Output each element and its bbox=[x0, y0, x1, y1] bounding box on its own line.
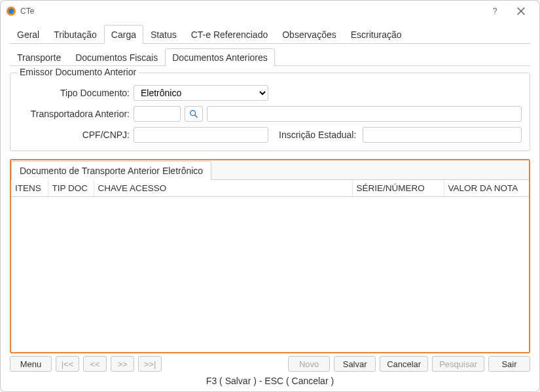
menu-button[interactable]: Menu bbox=[10, 356, 52, 372]
tab-geral[interactable]: Geral bbox=[10, 25, 46, 44]
nav-last-button[interactable]: >>| bbox=[138, 356, 162, 372]
transportadora-code-input[interactable] bbox=[134, 106, 181, 122]
svg-line-2 bbox=[195, 115, 198, 118]
pesquisar-button[interactable]: Pesquisar bbox=[432, 356, 484, 372]
tab-carga[interactable]: Carga bbox=[104, 25, 143, 44]
tab-observacoes[interactable]: Observações bbox=[275, 25, 343, 44]
search-icon bbox=[189, 109, 198, 118]
doc-panel-tab-eletronico[interactable]: Documento de Transporte Anterior Eletrôn… bbox=[11, 161, 211, 180]
nav-prev-button[interactable]: << bbox=[83, 356, 107, 372]
emissor-fieldset: Emissor Documento Anterior Tipo Document… bbox=[10, 73, 530, 151]
close-button[interactable] bbox=[508, 2, 534, 20]
col-tip-doc: TIP DOC bbox=[48, 180, 94, 197]
cancelar-button[interactable]: Cancelar bbox=[380, 356, 428, 372]
col-valor-nota: VALOR DA NOTA bbox=[444, 180, 529, 197]
subtab-documentos-fiscais[interactable]: Documentos Fiscais bbox=[68, 48, 165, 66]
emissor-legend: Emissor Documento Anterior bbox=[17, 67, 139, 77]
table-header-row: ITENS TIP DOC CHAVE ACESSO SÉRIE/NÚMERO … bbox=[11, 180, 529, 197]
bottom-toolbar: Menu |<< << >> >>| Novo Salvar Cancelar … bbox=[1, 353, 539, 373]
app-icon bbox=[6, 6, 16, 16]
subtab-transporte[interactable]: Transporte bbox=[10, 48, 68, 66]
salvar-button[interactable]: Salvar bbox=[334, 356, 376, 372]
transportadora-name-input[interactable] bbox=[207, 106, 522, 122]
help-button[interactable]: ? bbox=[482, 2, 508, 20]
sair-button[interactable]: Sair bbox=[488, 356, 530, 372]
status-line: F3 ( Salvar ) - ESC ( Cancelar ) bbox=[1, 373, 539, 391]
title-bar: CTe ? bbox=[1, 1, 539, 22]
tab-cte-referenciado[interactable]: CT-e Referenciado bbox=[184, 25, 276, 44]
transportadora-lookup-button[interactable] bbox=[185, 106, 203, 122]
ie-label: Inscrição Estadual: bbox=[272, 130, 359, 140]
tipo-documento-select[interactable]: Eletrônico bbox=[134, 85, 268, 101]
window-title: CTe bbox=[20, 7, 482, 16]
close-icon bbox=[517, 7, 525, 15]
app-window: CTe ? Geral Tributação Carga Status CT-e… bbox=[0, 0, 540, 392]
sub-tabs: Transporte Documentos Fiscais Documentos… bbox=[10, 48, 530, 66]
tab-tributacao[interactable]: Tributação bbox=[46, 25, 104, 44]
novo-button[interactable]: Novo bbox=[288, 356, 330, 372]
tab-escrituracao[interactable]: Escrituração bbox=[344, 25, 409, 44]
subtab-documentos-anteriores[interactable]: Documentos Anteriores bbox=[165, 48, 275, 66]
transportadora-label: Transportadora Anterior: bbox=[18, 109, 130, 119]
cpfcnpj-label: CPF/CNPJ: bbox=[18, 130, 130, 140]
tab-status[interactable]: Status bbox=[143, 25, 184, 44]
nav-first-button[interactable]: |<< bbox=[56, 356, 79, 372]
cpfcnpj-input[interactable] bbox=[134, 127, 268, 143]
tipo-documento-label: Tipo Documento: bbox=[18, 88, 130, 98]
documento-anterior-panel: Documento de Transporte Anterior Eletrôn… bbox=[10, 159, 530, 353]
content-area: Geral Tributação Carga Status CT-e Refer… bbox=[1, 22, 539, 353]
doc-panel-tabs: Documento de Transporte Anterior Eletrôn… bbox=[11, 160, 529, 180]
main-tabs: Geral Tributação Carga Status CT-e Refer… bbox=[10, 24, 530, 44]
col-chave-acesso: CHAVE ACESSO bbox=[94, 180, 352, 197]
doc-grid[interactable]: ITENS TIP DOC CHAVE ACESSO SÉRIE/NÚMERO … bbox=[11, 180, 529, 352]
col-serie-numero: SÉRIE/NÚMERO bbox=[352, 180, 444, 197]
ie-input[interactable] bbox=[363, 127, 522, 143]
nav-next-button[interactable]: >> bbox=[111, 356, 134, 372]
col-itens: ITENS bbox=[11, 180, 48, 197]
